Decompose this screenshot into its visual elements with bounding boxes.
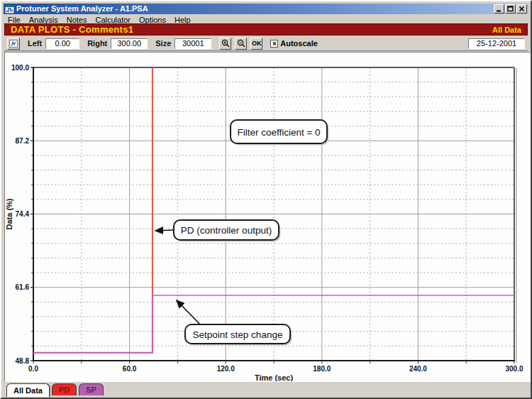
svg-text:60.0: 60.0 — [123, 365, 137, 373]
date-field: 25-12-2001 — [468, 38, 525, 49]
svg-text:74.4: 74.4 — [16, 210, 30, 218]
series-pd — [33, 67, 153, 353]
left-label: Left — [28, 39, 42, 48]
chart-canvas: 0.060.0120.0180.0240.0300.048.861.674.48… — [5, 53, 530, 381]
gridlines — [33, 67, 514, 361]
plot-tool-button[interactable] — [7, 38, 20, 50]
annotation-1: PD (controller output) — [155, 220, 281, 242]
svg-text:120.0: 120.0 — [217, 365, 235, 373]
svg-text:61.6: 61.6 — [16, 283, 30, 291]
window-title: Protuner System Analyzer - A1.PSA — [16, 4, 493, 13]
app-window: Protuner System Analyzer - A1.PSA File A… — [0, 0, 532, 399]
autoscale-label: Autoscale — [280, 39, 318, 48]
svg-text:Setpoint step change: Setpoint step change — [193, 329, 283, 340]
zoom-in-icon — [221, 39, 230, 48]
menu-calculator[interactable]: Calculator — [91, 16, 135, 24]
annotation-2: Setpoint step change — [177, 300, 292, 346]
zoom-out-button[interactable] — [235, 38, 247, 50]
tab-sp[interactable]: SP — [79, 383, 104, 395]
banner-title: DATA PLOTS - Comments1 — [11, 24, 133, 35]
annotation-0: Filter coefficient = 0 — [231, 120, 329, 146]
tab-pd[interactable]: PD — [52, 383, 77, 395]
banner-all-data-label: All Data — [492, 26, 521, 34]
right-label: Right — [87, 39, 107, 48]
minimize-button[interactable] — [494, 4, 504, 13]
left-input[interactable] — [45, 38, 79, 49]
minimize-icon — [496, 6, 502, 12]
close-button[interactable] — [516, 4, 527, 13]
menu-file[interactable]: File — [4, 16, 25, 24]
ok-button[interactable]: OK — [250, 38, 262, 50]
size-input[interactable] — [174, 38, 211, 49]
toolbar: Left Right Size OK × Autoscale 25-12 — [4, 36, 528, 51]
menu-notes[interactable]: Notes — [62, 16, 92, 24]
menu-analysis[interactable]: Analysis — [25, 16, 62, 24]
close-icon — [519, 6, 525, 12]
svg-text:300.0: 300.0 — [505, 365, 523, 373]
zoom-in-button[interactable] — [219, 38, 231, 50]
chart-panel: 0.060.0120.0180.0240.0300.048.861.674.48… — [4, 52, 531, 382]
axis-ticks — [31, 67, 514, 364]
maximize-button[interactable] — [505, 4, 516, 13]
svg-text:180.0: 180.0 — [313, 365, 331, 373]
size-label: Size — [155, 39, 171, 48]
svg-text:240.0: 240.0 — [409, 365, 427, 373]
svg-text:Time (sec): Time (sec) — [255, 373, 294, 381]
svg-text:100.0: 100.0 — [11, 64, 29, 72]
autoscale-checkbox[interactable]: × — [270, 40, 278, 48]
svg-text:PD (controller output): PD (controller output) — [181, 225, 272, 236]
right-input[interactable] — [111, 38, 148, 49]
svg-text:Data (%): Data (%) — [5, 198, 13, 229]
zoom-out-icon — [237, 39, 245, 48]
waveform-icon — [9, 40, 18, 48]
menu-help[interactable]: Help — [170, 16, 195, 24]
svg-text:Filter coefficient = 0: Filter coefficient = 0 — [237, 127, 320, 138]
menu-options[interactable]: Options — [135, 16, 170, 24]
svg-text:48.8: 48.8 — [16, 357, 30, 365]
svg-text:0.0: 0.0 — [28, 365, 38, 373]
svg-text:87.2: 87.2 — [16, 137, 30, 145]
data-plots-banner: DATA PLOTS - Comments1 All Data — [4, 23, 528, 35]
autoscale-control: × Autoscale — [270, 39, 318, 48]
app-icon — [5, 5, 14, 13]
tab-all-data[interactable]: All Data — [6, 383, 50, 397]
plot-tab-bar: All Data PD SP — [4, 383, 528, 397]
maximize-icon — [507, 6, 514, 12]
title-bar: Protuner System Analyzer - A1.PSA — [4, 4, 528, 14]
